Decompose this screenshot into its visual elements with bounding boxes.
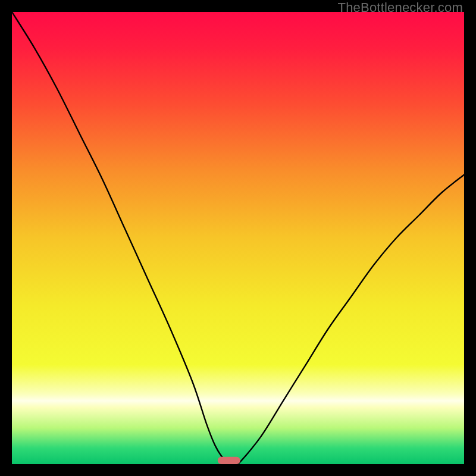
plot-area	[12, 12, 464, 464]
chart-frame: TheBottlenecker.com	[0, 0, 476, 476]
optimal-marker	[218, 457, 240, 464]
bottleneck-chart	[12, 12, 464, 464]
